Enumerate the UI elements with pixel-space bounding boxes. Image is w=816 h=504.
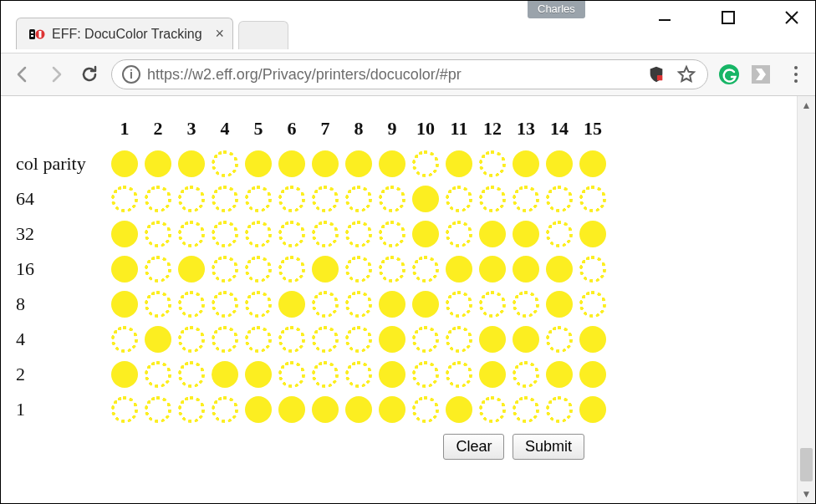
dot-off-icon[interactable] <box>278 361 305 388</box>
forward-button[interactable] <box>44 63 68 86</box>
grid-cell[interactable] <box>576 392 609 427</box>
dot-on-icon[interactable] <box>412 221 439 247</box>
dot-on-icon[interactable] <box>546 256 573 283</box>
grid-cell[interactable] <box>409 216 442 252</box>
dot-off-icon[interactable] <box>579 256 606 283</box>
back-button[interactable] <box>11 63 34 86</box>
dot-off-icon[interactable] <box>379 256 405 283</box>
grid-cell[interactable] <box>208 252 242 287</box>
dot-off-icon[interactable] <box>579 291 606 318</box>
dot-on-icon[interactable] <box>111 221 138 247</box>
dot-off-icon[interactable] <box>412 256 439 283</box>
grid-cell[interactable] <box>409 287 442 322</box>
grid-cell[interactable] <box>442 357 476 392</box>
dot-off-icon[interactable] <box>446 291 472 318</box>
grid-cell[interactable] <box>375 287 409 322</box>
dot-off-icon[interactable] <box>178 361 205 388</box>
dot-on-icon[interactable] <box>245 361 272 388</box>
grid-cell[interactable] <box>141 146 175 181</box>
grid-cell[interactable] <box>476 252 509 287</box>
dot-off-icon[interactable] <box>145 396 171 423</box>
dot-off-icon[interactable] <box>446 361 472 388</box>
grid-cell[interactable] <box>175 252 208 287</box>
dot-off-icon[interactable] <box>546 396 573 423</box>
dot-off-icon[interactable] <box>212 221 238 247</box>
grid-cell[interactable] <box>509 392 543 427</box>
dot-off-icon[interactable] <box>479 186 506 212</box>
dot-on-icon[interactable] <box>446 396 472 423</box>
dot-off-icon[interactable] <box>178 221 205 247</box>
dot-on-icon[interactable] <box>379 361 405 388</box>
dot-on-icon[interactable] <box>278 150 305 177</box>
dot-off-icon[interactable] <box>245 326 272 353</box>
dot-off-icon[interactable] <box>312 186 339 212</box>
grid-cell[interactable] <box>409 392 442 427</box>
dot-off-icon[interactable] <box>479 396 506 423</box>
dot-on-icon[interactable] <box>245 150 272 177</box>
grid-cell[interactable] <box>208 216 242 252</box>
grid-cell[interactable] <box>141 287 175 322</box>
dot-off-icon[interactable] <box>579 186 606 212</box>
grid-cell[interactable] <box>141 216 175 252</box>
grid-cell[interactable] <box>208 287 242 322</box>
dot-off-icon[interactable] <box>212 150 238 177</box>
dot-off-icon[interactable] <box>312 291 339 318</box>
dot-on-icon[interactable] <box>479 326 506 353</box>
grid-cell[interactable] <box>409 146 442 181</box>
grid-cell[interactable] <box>108 146 141 181</box>
dot-off-icon[interactable] <box>312 326 339 353</box>
dot-on-icon[interactable] <box>479 361 506 388</box>
grid-cell[interactable] <box>442 392 476 427</box>
dot-on-icon[interactable] <box>513 221 539 247</box>
dot-off-icon[interactable] <box>546 186 573 212</box>
grid-cell[interactable] <box>175 146 208 181</box>
grid-cell[interactable] <box>442 146 476 181</box>
grid-cell[interactable] <box>108 392 141 427</box>
grid-cell[interactable] <box>375 146 409 181</box>
maximize-button[interactable] <box>710 4 747 31</box>
grid-cell[interactable] <box>275 181 309 216</box>
grid-cell[interactable] <box>576 287 609 322</box>
dot-off-icon[interactable] <box>379 221 405 247</box>
dot-off-icon[interactable] <box>178 326 205 353</box>
grid-cell[interactable] <box>309 392 342 427</box>
grid-cell[interactable] <box>309 357 342 392</box>
dot-off-icon[interactable] <box>145 361 171 388</box>
dot-off-icon[interactable] <box>178 291 205 318</box>
grid-cell[interactable] <box>576 322 609 357</box>
grid-cell[interactable] <box>342 322 375 357</box>
grid-cell[interactable] <box>175 357 208 392</box>
grid-cell[interactable] <box>208 392 242 427</box>
grid-cell[interactable] <box>342 181 375 216</box>
dot-off-icon[interactable] <box>245 221 272 247</box>
dot-off-icon[interactable] <box>145 221 171 247</box>
grid-cell[interactable] <box>543 146 576 181</box>
dot-off-icon[interactable] <box>278 326 305 353</box>
grid-cell[interactable] <box>576 181 609 216</box>
grid-cell[interactable] <box>242 146 275 181</box>
dot-on-icon[interactable] <box>412 291 439 318</box>
dot-off-icon[interactable] <box>111 396 138 423</box>
grid-cell[interactable] <box>543 216 576 252</box>
submit-button[interactable]: Submit <box>513 434 584 460</box>
dot-on-icon[interactable] <box>446 150 472 177</box>
address-bar[interactable]: i https://w2.eff.org/Privacy/printers/do… <box>111 59 708 89</box>
grid-cell[interactable] <box>208 146 242 181</box>
dot-on-icon[interactable] <box>312 396 339 423</box>
grid-cell[interactable] <box>509 146 543 181</box>
dot-on-icon[interactable] <box>379 396 405 423</box>
dot-off-icon[interactable] <box>212 186 238 212</box>
dot-on-icon[interactable] <box>345 396 372 423</box>
dot-on-icon[interactable] <box>245 396 272 423</box>
grid-cell[interactable] <box>476 357 509 392</box>
grid-cell[interactable] <box>375 322 409 357</box>
dot-on-icon[interactable] <box>312 150 339 177</box>
browser-menu-button[interactable] <box>787 66 805 83</box>
dot-off-icon[interactable] <box>479 150 506 177</box>
grid-cell[interactable] <box>309 287 342 322</box>
grid-cell[interactable] <box>543 322 576 357</box>
dot-on-icon[interactable] <box>579 396 606 423</box>
grid-cell[interactable] <box>175 392 208 427</box>
dot-on-icon[interactable] <box>312 256 339 283</box>
dot-off-icon[interactable] <box>379 186 405 212</box>
